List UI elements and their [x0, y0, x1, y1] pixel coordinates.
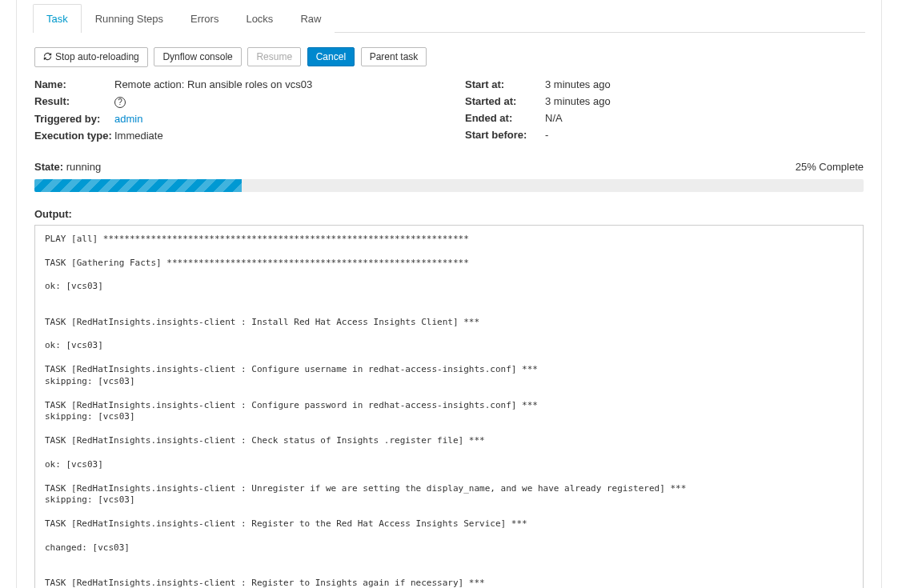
state-label: State:	[34, 161, 63, 173]
dynflow-console-button[interactable]: Dynflow console	[154, 47, 241, 66]
name-value: Remote action: Run ansible roles on vcs0…	[114, 78, 312, 90]
ended-at-value: N/A	[545, 112, 563, 124]
tab-errors[interactable]: Errors	[177, 4, 232, 33]
output-console[interactable]: PLAY [all] *****************************…	[34, 225, 864, 588]
progress-fill	[34, 179, 242, 192]
start-at-label: Start at:	[465, 78, 545, 90]
state-value: running	[66, 161, 101, 173]
started-at-label: Started at:	[465, 95, 545, 107]
ended-at-label: Ended at:	[465, 112, 545, 124]
state-line: State: running 25% Complete	[34, 161, 864, 173]
start-at-value: 3 minutes ago	[545, 78, 611, 90]
details-left: Name: Remote action: Run ansible roles o…	[34, 78, 433, 146]
cancel-button[interactable]: Cancel	[307, 47, 355, 66]
stop-auto-reload-button[interactable]: Stop auto-reloading	[34, 47, 148, 67]
task-content: Stop auto-reloading Dynflow console Resu…	[17, 33, 881, 588]
progress-text: 25% Complete	[796, 161, 864, 173]
tab-bar: Task Running Steps Errors Locks Raw	[33, 0, 865, 33]
task-page: Task Running Steps Errors Locks Raw Stop…	[16, 0, 882, 588]
tab-raw[interactable]: Raw	[287, 4, 335, 33]
result-label: Result:	[34, 95, 114, 108]
tab-locks[interactable]: Locks	[232, 4, 287, 33]
output-label: Output:	[34, 208, 864, 220]
refresh-icon	[43, 52, 52, 63]
result-value: ?	[114, 95, 126, 108]
resume-button[interactable]: Resume	[247, 47, 301, 66]
stop-auto-reload-label: Stop auto-reloading	[55, 51, 139, 62]
started-at-value: 3 minutes ago	[545, 95, 611, 107]
execution-type-label: Execution type:	[34, 130, 114, 142]
tab-task[interactable]: Task	[33, 4, 82, 33]
name-label: Name:	[34, 78, 114, 90]
triggered-by-label: Triggered by:	[34, 113, 114, 125]
help-icon[interactable]: ?	[114, 97, 126, 108]
task-details: Name: Remote action: Run ansible roles o…	[34, 78, 864, 146]
tab-running-steps[interactable]: Running Steps	[82, 4, 177, 33]
action-buttons: Stop auto-reloading Dynflow console Resu…	[34, 47, 864, 67]
start-before-label: Start before:	[465, 129, 545, 141]
execution-type-value: Immediate	[114, 130, 163, 142]
progress-bar	[34, 179, 864, 192]
details-right: Start at: 3 minutes ago Started at: 3 mi…	[465, 78, 864, 146]
start-before-value: -	[545, 129, 548, 141]
triggered-by-link[interactable]: admin	[114, 113, 142, 125]
parent-task-button[interactable]: Parent task	[361, 47, 427, 66]
